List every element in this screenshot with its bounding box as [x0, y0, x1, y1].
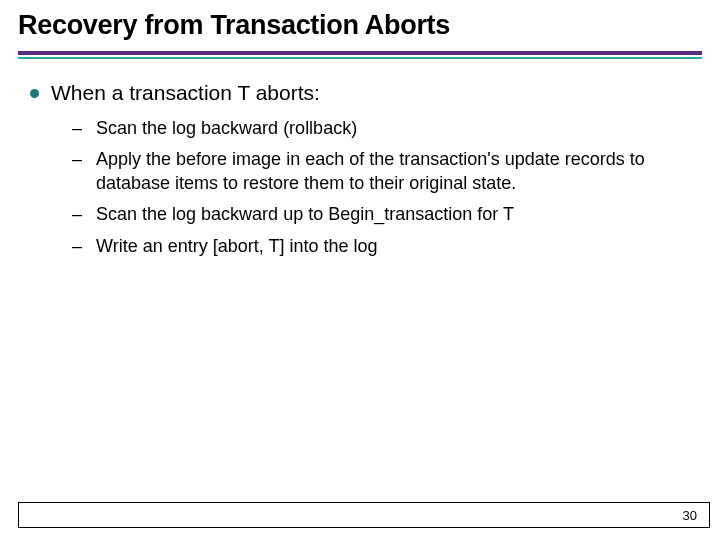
sub-item-text: Scan the log backward up to Begin_transa… — [96, 203, 514, 226]
footer-box: 30 — [18, 502, 710, 528]
list-item: – Scan the log backward up to Begin_tran… — [72, 203, 690, 226]
list-item: – Scan the log backward (rollback) — [72, 117, 690, 140]
main-bullet-text: When a transaction T aborts: — [51, 81, 320, 105]
title-underline — [18, 51, 702, 59]
dash-icon: – — [72, 148, 82, 171]
dash-icon: – — [72, 203, 82, 226]
bullet-dot-icon — [30, 89, 39, 98]
dash-icon: – — [72, 117, 82, 140]
content-area: When a transaction T aborts: – Scan the … — [0, 59, 720, 258]
sub-item-text: Apply the before image in each of the tr… — [96, 148, 690, 195]
sub-list: – Scan the log backward (rollback) – App… — [30, 117, 690, 258]
page-number: 30 — [683, 508, 697, 523]
main-bullet: When a transaction T aborts: — [30, 81, 690, 105]
sub-item-text: Scan the log backward (rollback) — [96, 117, 357, 140]
page-title: Recovery from Transaction Aborts — [18, 10, 702, 41]
sub-item-text: Write an entry [abort, T] into the log — [96, 235, 377, 258]
list-item: – Apply the before image in each of the … — [72, 148, 690, 195]
underline-thick — [18, 51, 702, 55]
dash-icon: – — [72, 235, 82, 258]
title-area: Recovery from Transaction Aborts — [0, 0, 720, 47]
list-item: – Write an entry [abort, T] into the log — [72, 235, 690, 258]
